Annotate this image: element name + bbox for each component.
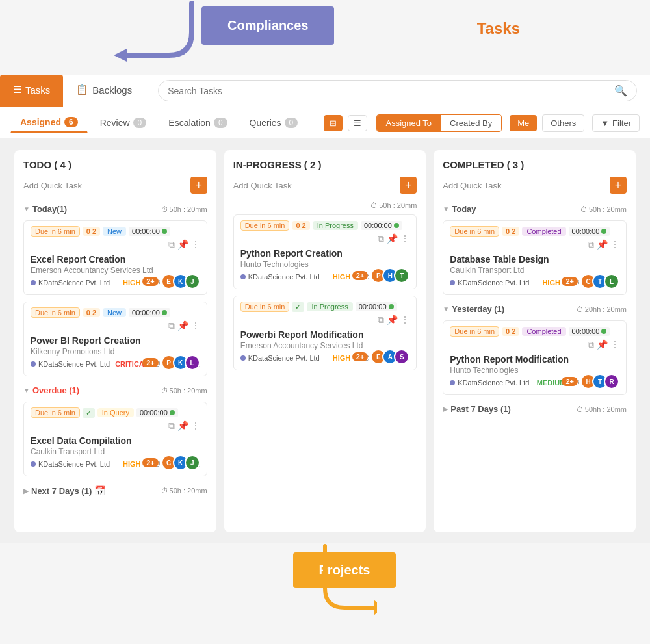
more-icon[interactable]: ⋮ — [610, 239, 619, 250]
timer-display: 00:00:00 — [129, 227, 170, 236]
copy-icon[interactable]: ⧉ — [378, 315, 384, 326]
todo-add-task-label[interactable]: Add Quick Task — [23, 181, 82, 190]
next7-collapse-icon: ▶ — [23, 487, 29, 495]
pin-icon[interactable]: 📌 — [177, 239, 188, 250]
pin-icon[interactable]: 📌 — [177, 320, 188, 331]
timer-display: 00:00:00 — [136, 408, 178, 417]
review-tab[interactable]: Review 0 — [90, 113, 157, 133]
past7-collapse-icon: ▶ — [443, 406, 448, 413]
count-badge: 2+ — [142, 358, 159, 367]
due-badge: Due in 6 min — [31, 407, 80, 418]
priority-badge: HIGH — [542, 279, 560, 287]
more-icon[interactable]: ⋮ — [610, 339, 619, 350]
o-badge: 0 2 — [292, 221, 309, 230]
todo-add-button[interactable]: + — [190, 177, 207, 194]
tag-badge: New — [103, 308, 126, 317]
bottom-arrow-decoration — [273, 543, 377, 627]
due-badge: Due in 6 min — [450, 326, 499, 337]
todo-next7-section[interactable]: ▶ Next 7 Days (1) 📅 ⏱50h : 20mm — [23, 483, 207, 498]
table-row: Due in 6 min 0 2 In Progress 00:00:00 ⧉ … — [233, 214, 417, 289]
table-row: Due in 6 min 0 2 New 00:00:00 ⧉ 📌 ⋮ Powe… — [23, 302, 207, 376]
count-badge: 2+ — [562, 277, 578, 286]
copy-icon[interactable]: ⧉ — [378, 233, 384, 244]
o-badge: 0 2 — [502, 327, 519, 336]
compliances-button[interactable]: Compliances — [202, 6, 334, 45]
escalation-tab[interactable]: Escalation 0 — [159, 113, 237, 133]
pin-icon[interactable]: 📌 — [177, 420, 188, 431]
todo-add-task-row: Add Quick Task + — [23, 177, 207, 194]
more-icon[interactable]: ⋮ — [191, 239, 200, 250]
yesterday-time: ⏱20hh : 20mm — [577, 305, 627, 313]
timer-display: 00:00:00 — [569, 327, 610, 336]
table-row: Due in 6 min 0 2 Completed 00:00:00 ⧉ 📌 … — [443, 220, 627, 295]
green-dot — [601, 329, 606, 334]
completed-yesterday-section[interactable]: ▼ Yesterday (1) ⏱20hh : 20mm — [443, 302, 627, 316]
copy-icon[interactable]: ⧉ — [168, 420, 175, 431]
todo-overdue-section[interactable]: ▼ Overdue (1) ⏱50h : 20mm — [23, 383, 207, 398]
green-dot — [162, 310, 167, 315]
inprogress-header: IN-PROGRESS ( 2 ) — [233, 159, 417, 170]
pin-icon[interactable]: 📌 — [597, 339, 608, 350]
inprogress-time: ⏱50h : 20mm — [370, 201, 417, 209]
timer-display: 00:00:00 — [361, 221, 402, 230]
completed-add-task-row: Add Quick Task + — [443, 177, 627, 194]
next7-time: ⏱50h : 20mm — [161, 487, 207, 495]
today-label: Today(1) — [32, 204, 67, 214]
copy-icon[interactable]: ⧉ — [168, 320, 175, 331]
completed-add-button[interactable]: + — [610, 177, 627, 194]
list-view-button[interactable]: ☰ — [348, 115, 367, 131]
created-by-button[interactable]: Created By — [441, 115, 501, 131]
count-badge: 2+ — [142, 277, 159, 286]
org-badge: KDataScience Pvt. Ltd — [240, 273, 320, 281]
copy-icon[interactable]: ⧉ — [588, 339, 594, 350]
completed-today-collapse: ▼ — [443, 205, 449, 213]
search-icon: 🔍 — [614, 84, 627, 97]
pin-icon[interactable]: 📌 — [387, 315, 398, 326]
search-input[interactable] — [168, 86, 614, 96]
todo-header: TODO ( 4 ) — [23, 159, 207, 170]
backlogs-tab[interactable]: 📋 Backlogs — [63, 75, 145, 107]
avatar: R — [604, 374, 619, 389]
todo-today-section[interactable]: ▼ Today(1) ⏱50h : 20mm — [23, 201, 207, 216]
copy-icon[interactable]: ⧉ — [168, 239, 175, 250]
copy-icon[interactable]: ⧉ — [588, 239, 594, 250]
avatar: L — [185, 355, 200, 370]
timer-display: 00:00:00 — [356, 302, 397, 311]
pin-icon[interactable]: 📌 — [387, 233, 398, 244]
grid-view-button[interactable]: ⊞ — [324, 115, 343, 131]
assigned-to-button[interactable]: Assigned To — [377, 115, 441, 131]
calendar-icon: 📅 — [94, 485, 105, 496]
filter-icon: ▼ — [601, 118, 609, 128]
org-badge: KDataScience Pvt. Ltd — [31, 279, 110, 287]
queries-tab[interactable]: Queries 0 — [240, 113, 308, 133]
me-button[interactable]: Me — [510, 115, 537, 131]
past7-section[interactable]: ▶ Past 7 Days (1) ⏱50hh : 20mm — [443, 402, 627, 417]
view-icons: ⊞ ☰ — [324, 115, 367, 131]
more-icon[interactable]: ⋮ — [191, 320, 200, 331]
inprogress-add-task-label[interactable]: Add Quick Task — [233, 181, 292, 190]
inprogress-time-row: ⏱50h : 20mm — [233, 201, 417, 209]
count-badge: 2+ — [142, 458, 159, 467]
completed-add-task-label[interactable]: Add Quick Task — [443, 181, 501, 190]
completed-header: COMPLETED ( 3 ) — [443, 159, 627, 170]
more-icon[interactable]: ⋮ — [400, 315, 410, 326]
assigned-tab[interactable]: Assigned 6 — [10, 112, 88, 133]
pin-icon[interactable]: 📌 — [597, 239, 608, 250]
avatar: S — [394, 349, 410, 365]
tasks-tab[interactable]: ☰ Tasks — [0, 75, 63, 107]
inprogress-add-button[interactable]: + — [400, 177, 417, 194]
more-icon[interactable]: ⋮ — [400, 233, 410, 244]
filter-button[interactable]: ▼ Filter — [592, 114, 640, 132]
next7-label: Next 7 Days (1) — [31, 486, 92, 496]
completed-today-section[interactable]: ▼ Today ⏱50h : 20mm — [443, 201, 627, 216]
more-icon[interactable]: ⋮ — [191, 420, 200, 431]
overdue-time: ⏱50h : 20mm — [161, 387, 207, 394]
others-button[interactable]: Others — [542, 114, 584, 132]
green-dot — [162, 229, 167, 234]
avatar: J — [185, 274, 200, 289]
arrow-decoration — [110, 0, 202, 71]
due-badge: Due in 6 min — [31, 307, 80, 318]
priority-badge: HIGH — [333, 273, 351, 281]
table-row: Due in 6 min ✓ In Query 00:00:00 ⧉ 📌 ⋮ E… — [23, 402, 207, 476]
tag-badge: In Progress — [313, 221, 358, 230]
